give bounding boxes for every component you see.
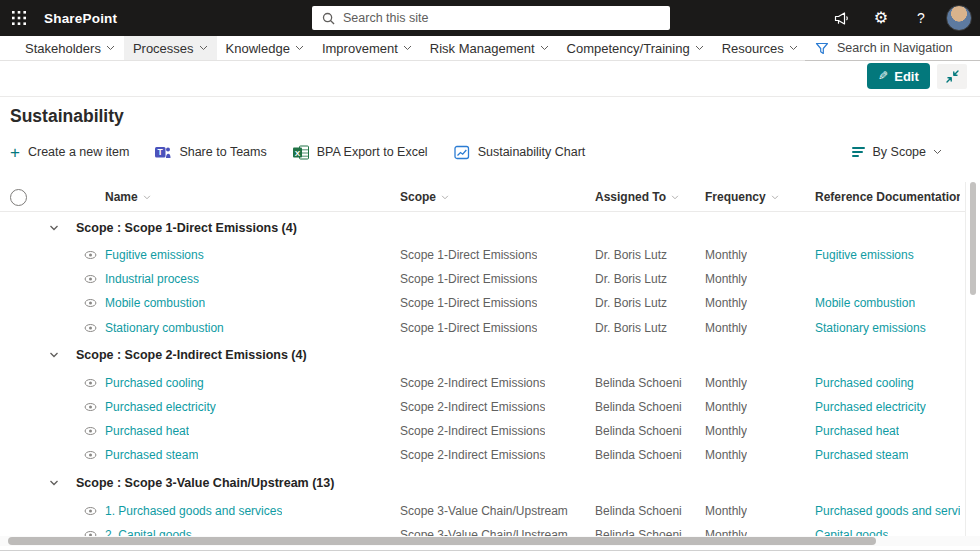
chevron-down-icon bbox=[933, 149, 942, 155]
eye-icon bbox=[84, 243, 97, 267]
nav-item-improvement[interactable]: Improvement bbox=[313, 36, 421, 60]
vertical-scrollbar[interactable] bbox=[965, 182, 980, 540]
item-scope: Scope 2-Indirect Emissions bbox=[400, 371, 545, 395]
app-title[interactable]: SharePoint bbox=[44, 11, 117, 26]
item-name-link[interactable]: Fugitive emissions bbox=[105, 243, 204, 267]
table-row[interactable]: Purchased steam Scope 2-Indirect Emissio… bbox=[0, 443, 980, 467]
suite-bar: SharePoint Search this site ⚙ ? bbox=[0, 0, 980, 36]
item-reference-link[interactable]: Stationary emissions bbox=[815, 316, 926, 340]
share-to-teams-button[interactable]: T Share to Teams bbox=[155, 145, 266, 160]
eye-icon bbox=[84, 395, 97, 419]
item-frequency: Monthly bbox=[705, 371, 747, 395]
nav-item-stakeholders[interactable]: Stakeholders bbox=[16, 36, 124, 60]
collapse-view-button[interactable] bbox=[937, 64, 967, 89]
item-frequency: Monthly bbox=[705, 499, 747, 523]
group-collapse-chevron-icon[interactable] bbox=[49, 212, 59, 243]
nav-item-competency-training[interactable]: Competency/Training bbox=[558, 36, 713, 60]
group-collapse-chevron-icon[interactable] bbox=[49, 468, 59, 499]
nav-item-risk-management[interactable]: Risk Management bbox=[421, 36, 558, 60]
group-by-dropdown[interactable]: By Scope bbox=[852, 145, 942, 159]
item-reference-link[interactable]: Purchased goods and services bbox=[815, 499, 960, 523]
item-name-link[interactable]: Purchased heat bbox=[105, 419, 189, 443]
chevron-down-icon bbox=[540, 45, 549, 51]
site-search-input[interactable]: Search this site bbox=[312, 6, 670, 30]
table-row[interactable]: Stationary combustion Scope 1-Direct Emi… bbox=[0, 316, 980, 340]
svg-text:T: T bbox=[158, 147, 164, 157]
item-name-link[interactable]: Purchased steam bbox=[105, 443, 198, 467]
item-scope: Scope 3-Value Chain/Upstream bbox=[400, 499, 568, 523]
chevron-down-icon bbox=[695, 45, 704, 51]
group-collapse-chevron-icon[interactable] bbox=[49, 340, 59, 371]
item-reference-link[interactable]: Mobile combustion bbox=[815, 291, 915, 315]
item-assigned-to: Belinda Schoeni bbox=[595, 443, 682, 467]
table-row[interactable]: Purchased electricity Scope 2-Indirect E… bbox=[0, 395, 980, 419]
nav-search-input[interactable]: Search in Navigation bbox=[805, 36, 980, 61]
nav-item-processes[interactable]: Processes bbox=[124, 36, 217, 60]
item-name-link[interactable]: 1. Purchased goods and services bbox=[105, 499, 282, 523]
group-header-scope-2[interactable]: Scope : Scope 2-Indirect Emissions (4) bbox=[0, 340, 980, 371]
help-icon[interactable]: ? bbox=[906, 3, 936, 33]
eye-icon bbox=[84, 316, 97, 340]
vertical-scrollbar-thumb[interactable] bbox=[970, 182, 976, 295]
eye-icon bbox=[84, 499, 97, 523]
megaphone-icon[interactable] bbox=[826, 3, 856, 33]
chevron-down-icon bbox=[143, 195, 151, 200]
eye-icon bbox=[84, 291, 97, 315]
select-all-circle[interactable] bbox=[10, 189, 27, 206]
item-frequency: Monthly bbox=[705, 443, 747, 467]
line-chart-icon bbox=[454, 145, 470, 160]
column-header-assigned-to[interactable]: Assigned To bbox=[595, 183, 679, 211]
chevron-down-icon bbox=[199, 45, 208, 51]
item-frequency: Monthly bbox=[705, 316, 747, 340]
table-row[interactable]: Industrial process Scope 1-Direct Emissi… bbox=[0, 267, 980, 291]
group-header-scope-3[interactable]: Scope : Scope 3-Value Chain/Upstream (13… bbox=[0, 468, 980, 499]
item-reference-link[interactable]: Purchased steam bbox=[815, 443, 908, 467]
item-reference-link[interactable]: Purchased electricity bbox=[815, 395, 926, 419]
column-header-reference-documentation[interactable]: Reference Documentation bbox=[815, 183, 960, 211]
column-header-name[interactable]: Name bbox=[105, 183, 151, 211]
table-row[interactable]: Fugitive emissions Scope 1-Direct Emissi… bbox=[0, 243, 980, 267]
user-avatar[interactable] bbox=[946, 5, 972, 31]
item-scope: Scope 1-Direct Emissions bbox=[400, 267, 537, 291]
group-by-icon bbox=[852, 147, 865, 157]
column-header-scope[interactable]: Scope bbox=[400, 183, 449, 211]
horizontal-scrollbar-thumb[interactable] bbox=[8, 537, 876, 545]
search-icon bbox=[322, 12, 335, 25]
filter-funnel-icon bbox=[815, 42, 829, 55]
item-scope: Scope 1-Direct Emissions bbox=[400, 291, 537, 315]
table-row[interactable]: Mobile combustion Scope 1-Direct Emissio… bbox=[0, 291, 980, 315]
item-name-link[interactable]: Stationary combustion bbox=[105, 316, 224, 340]
item-assigned-to: Dr. Boris Lutz bbox=[595, 291, 667, 315]
item-frequency: Monthly bbox=[705, 291, 747, 315]
item-assigned-to: Belinda Schoeni bbox=[595, 395, 682, 419]
settings-gear-icon[interactable]: ⚙ bbox=[866, 3, 896, 33]
item-name-link[interactable]: Industrial process bbox=[105, 267, 199, 291]
edit-button[interactable]: ✎ Edit bbox=[867, 63, 930, 89]
excel-icon: X bbox=[293, 145, 309, 160]
sharepoint-page: SharePoint Search this site ⚙ ? Stakehol… bbox=[0, 0, 980, 551]
eye-icon bbox=[84, 443, 97, 467]
column-header-frequency[interactable]: Frequency bbox=[705, 183, 779, 211]
chevron-down-icon bbox=[671, 195, 679, 200]
table-row[interactable]: Purchased heat Scope 2-Indirect Emission… bbox=[0, 419, 980, 443]
table-row[interactable]: Purchased cooling Scope 2-Indirect Emiss… bbox=[0, 371, 980, 395]
chevron-down-icon bbox=[789, 45, 798, 51]
item-reference-link[interactable]: Purchased cooling bbox=[815, 371, 914, 395]
chevron-down-icon bbox=[771, 195, 779, 200]
nav-item-resources[interactable]: Resources bbox=[713, 36, 807, 60]
group-header-scope-1[interactable]: Scope : Scope 1-Direct Emissions (4) bbox=[0, 212, 980, 243]
app-launcher-icon[interactable] bbox=[0, 0, 38, 36]
create-new-item-button[interactable]: + Create a new item bbox=[10, 144, 129, 161]
sustainability-chart-button[interactable]: Sustainability Chart bbox=[454, 145, 586, 160]
export-excel-button[interactable]: X BPA Export to Excel bbox=[293, 145, 428, 160]
item-name-link[interactable]: Mobile combustion bbox=[105, 291, 205, 315]
item-reference-link[interactable]: Purchased heat bbox=[815, 419, 899, 443]
horizontal-scrollbar[interactable] bbox=[0, 536, 980, 546]
item-scope: Scope 2-Indirect Emissions bbox=[400, 419, 545, 443]
item-name-link[interactable]: Purchased electricity bbox=[105, 395, 216, 419]
command-bar: ✎ Edit bbox=[0, 61, 980, 97]
table-row[interactable]: 1. Purchased goods and services Scope 3-… bbox=[0, 499, 980, 523]
item-name-link[interactable]: Purchased cooling bbox=[105, 371, 204, 395]
item-reference-link[interactable]: Fugitive emissions bbox=[815, 243, 914, 267]
nav-item-knowledge[interactable]: Knowledge bbox=[217, 36, 313, 60]
